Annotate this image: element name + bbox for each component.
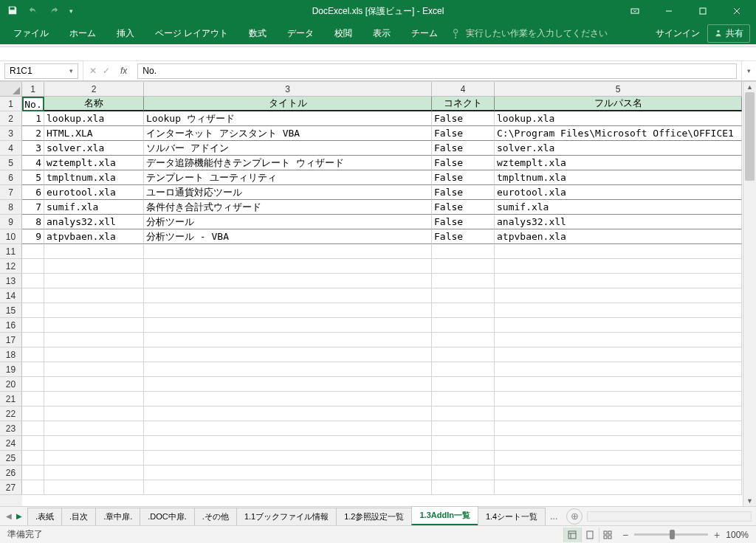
- empty-cell[interactable]: [495, 407, 742, 421]
- scroll-up-icon[interactable]: ▲: [743, 82, 756, 92]
- data-cell[interactable]: False: [432, 170, 495, 185]
- empty-cell[interactable]: [495, 362, 742, 377]
- sheet-tab[interactable]: .目次: [61, 508, 96, 525]
- empty-cell[interactable]: [44, 244, 144, 259]
- empty-cell[interactable]: [44, 436, 144, 451]
- data-cell[interactable]: False: [432, 185, 495, 200]
- empty-cell[interactable]: [144, 480, 432, 495]
- empty-cell[interactable]: [22, 362, 44, 377]
- empty-cell[interactable]: [495, 392, 742, 407]
- row-header[interactable]: 13: [0, 274, 22, 288]
- row-header[interactable]: 20: [0, 377, 22, 392]
- scroll-thumb[interactable]: [745, 92, 755, 181]
- data-cell[interactable]: データ追跡機能付きテンプレート ウィザード: [144, 156, 432, 170]
- empty-cell[interactable]: [432, 303, 495, 318]
- empty-cell[interactable]: [144, 318, 432, 333]
- header-cell[interactable]: タイトル: [144, 97, 432, 111]
- sheet-tab[interactable]: 1.3AddIn一覧: [411, 506, 478, 525]
- data-cell[interactable]: 6: [22, 185, 44, 200]
- empty-cell[interactable]: [22, 377, 44, 392]
- data-cell[interactable]: tmpltnum.xla: [495, 170, 742, 185]
- qat-dropdown-icon[interactable]: ▾: [69, 7, 73, 15]
- column-header[interactable]: 1: [22, 82, 44, 97]
- empty-cell[interactable]: [22, 466, 44, 480]
- data-cell[interactable]: テンプレート ユーティリティ: [144, 170, 432, 185]
- row-header[interactable]: 6: [0, 170, 22, 185]
- empty-cell[interactable]: [432, 274, 495, 288]
- empty-cell[interactable]: [432, 259, 495, 274]
- data-cell[interactable]: 2: [22, 126, 44, 141]
- row-header[interactable]: 11: [0, 244, 22, 259]
- empty-cell[interactable]: [22, 318, 44, 333]
- sheet-tab[interactable]: 1.1ブックファイル情報: [236, 508, 337, 525]
- signin-link[interactable]: サインイン: [656, 27, 700, 40]
- empty-cell[interactable]: [44, 303, 144, 318]
- empty-cell[interactable]: [22, 480, 44, 495]
- empty-cell[interactable]: [144, 362, 432, 377]
- data-cell[interactable]: 9: [22, 229, 44, 244]
- row-header[interactable]: 14: [0, 288, 22, 303]
- data-cell[interactable]: tmpltnum.xla: [44, 170, 144, 185]
- empty-cell[interactable]: [495, 333, 742, 347]
- normal-view-icon[interactable]: [563, 528, 581, 542]
- column-header[interactable]: 2: [44, 82, 144, 97]
- data-cell[interactable]: False: [432, 156, 495, 170]
- empty-cell[interactable]: [432, 407, 495, 421]
- empty-cell[interactable]: [495, 377, 742, 392]
- tab-formulas[interactable]: 数式: [241, 24, 274, 43]
- enter-formula-icon[interactable]: ✓: [103, 66, 110, 76]
- data-cell[interactable]: False: [432, 200, 495, 215]
- tab-insert[interactable]: 挿入: [109, 24, 142, 43]
- formula-input[interactable]: No.: [137, 63, 737, 79]
- data-cell[interactable]: 1: [22, 111, 44, 126]
- header-cell[interactable]: 名称: [44, 97, 144, 111]
- empty-cell[interactable]: [22, 244, 44, 259]
- redo-icon[interactable]: [49, 5, 59, 18]
- row-header[interactable]: 15: [0, 303, 22, 318]
- empty-cell[interactable]: [495, 466, 742, 480]
- sheet-tab[interactable]: .表紙: [27, 508, 62, 525]
- zoom-level[interactable]: 100%: [726, 530, 749, 540]
- data-cell[interactable]: eurotool.xla: [44, 185, 144, 200]
- empty-cell[interactable]: [144, 451, 432, 466]
- empty-cell[interactable]: [495, 451, 742, 466]
- sheet-tab[interactable]: .DOC中扉.: [140, 508, 195, 525]
- empty-cell[interactable]: [495, 436, 742, 451]
- empty-cell[interactable]: [22, 259, 44, 274]
- fx-icon[interactable]: fx: [116, 66, 131, 76]
- data-cell[interactable]: analys32.xll: [495, 215, 742, 229]
- minimize-icon[interactable]: [654, 0, 684, 22]
- empty-cell[interactable]: [432, 377, 495, 392]
- empty-cell[interactable]: [44, 362, 144, 377]
- scroll-down-icon[interactable]: ▼: [743, 496, 756, 506]
- tab-home[interactable]: ホーム: [62, 24, 103, 43]
- empty-cell[interactable]: [44, 480, 144, 495]
- ribbon-options-icon[interactable]: [620, 0, 650, 22]
- data-cell[interactable]: False: [432, 215, 495, 229]
- empty-cell[interactable]: [432, 480, 495, 495]
- sheet-next-icon[interactable]: ▶: [16, 512, 22, 520]
- empty-cell[interactable]: [22, 407, 44, 421]
- empty-cell[interactable]: [432, 466, 495, 480]
- empty-cell[interactable]: [144, 244, 432, 259]
- header-cell[interactable]: フルパス名: [495, 97, 742, 111]
- empty-cell[interactable]: [432, 451, 495, 466]
- column-header[interactable]: 4: [432, 82, 495, 97]
- column-header[interactable]: 5: [495, 82, 742, 97]
- empty-cell[interactable]: [22, 333, 44, 347]
- row-header[interactable]: 23: [0, 421, 22, 436]
- data-cell[interactable]: atpvbaen.xla: [44, 229, 144, 244]
- empty-cell[interactable]: [44, 318, 144, 333]
- empty-cell[interactable]: [44, 288, 144, 303]
- vertical-scrollbar[interactable]: ▲ ▼: [743, 82, 756, 506]
- share-button[interactable]: 共有: [707, 24, 750, 43]
- empty-cell[interactable]: [44, 274, 144, 288]
- row-header[interactable]: 19: [0, 362, 22, 377]
- empty-cell[interactable]: [144, 466, 432, 480]
- row-header[interactable]: 7: [0, 185, 22, 200]
- tab-file[interactable]: ファイル: [6, 24, 56, 43]
- empty-cell[interactable]: [44, 377, 144, 392]
- empty-cell[interactable]: [432, 288, 495, 303]
- empty-cell[interactable]: [432, 362, 495, 377]
- tab-page-layout[interactable]: ページ レイアウト: [148, 24, 236, 43]
